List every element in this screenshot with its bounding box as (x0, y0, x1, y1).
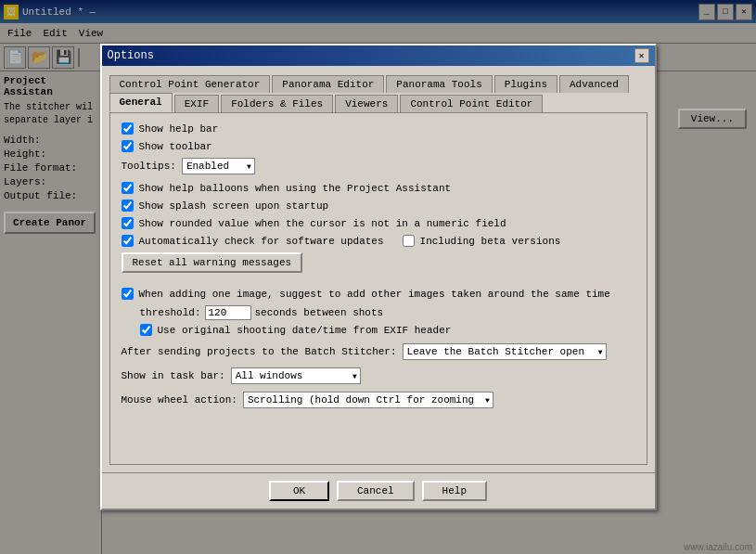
ok-button[interactable]: OK (269, 481, 329, 501)
show-toolbar-label: Show toolbar (139, 141, 212, 152)
tooltips-select-wrapper: Enabled Disabled (182, 158, 255, 174)
dialog-close-button[interactable]: ✕ (634, 48, 649, 63)
dialog-overlay: Options ✕ Control Point Generator Panora… (0, 0, 756, 554)
when-adding-label: When adding one image, suggest to add ot… (139, 289, 610, 300)
tab-general[interactable]: General (109, 93, 173, 112)
tab-control-point-generator[interactable]: Control Point Generator (109, 75, 271, 93)
dialog-footer: OK Cancel Help (102, 472, 655, 509)
tab-folders-files[interactable]: Folders & Files (221, 95, 333, 112)
dialog-body: Control Point Generator Panorama Editor … (102, 66, 655, 472)
mouse-wheel-label: Mouse wheel action: (122, 394, 237, 406)
options-dialog: Options ✕ Control Point Generator Panora… (100, 44, 657, 510)
tab-panorama-editor[interactable]: Panorama Editor (272, 75, 384, 93)
exif-date-row: Use original shooting date/time from EXI… (140, 324, 635, 336)
rounded-value-label: Show rounded value when the cursor is no… (139, 218, 506, 229)
auto-update-label: Automatically check for software updates (139, 236, 384, 247)
splash-screen-checkbox[interactable] (122, 200, 134, 212)
threshold-label: threshold: (140, 307, 201, 318)
splash-screen-row: Show splash screen upon startup (122, 200, 635, 212)
tooltips-select[interactable]: Enabled Disabled (182, 158, 255, 174)
dialog-title: Options (108, 49, 634, 62)
threshold-input[interactable] (205, 305, 251, 320)
threshold-row: threshold: seconds between shots (140, 305, 635, 320)
help-balloons-row: Show help balloons when using the Projec… (122, 182, 635, 194)
tabs-row2: General EXIF Folders & Files Viewers Con… (109, 93, 647, 112)
show-taskbar-row: Show in task bar: All windows Main windo… (122, 367, 635, 384)
show-taskbar-select[interactable]: All windows Main window only (231, 367, 361, 384)
tabs-row1: Control Point Generator Panorama Editor … (109, 73, 647, 93)
help-button[interactable]: Help (422, 481, 487, 501)
mouse-wheel-select[interactable]: Scrolling (hold down Ctrl for zooming) Z… (243, 392, 493, 408)
tab-control-point-editor[interactable]: Control Point Editor (400, 95, 543, 112)
app-window: 🖼 Untitled * — _ □ ✕ File Edit View 📄 📂 … (0, 0, 756, 554)
show-toolbar-row: Show toolbar (122, 140, 635, 152)
exif-date-label: Use original shooting date/time from EXI… (158, 325, 452, 336)
tab-plugins[interactable]: Plugins (494, 75, 557, 93)
splash-screen-label: Show splash screen upon startup (139, 200, 329, 212)
show-help-bar-row: Show help bar (122, 122, 635, 135)
tab-content: Show help bar Show toolbar Tooltips: Ena… (109, 112, 647, 465)
show-toolbar-checkbox[interactable] (122, 140, 134, 152)
beta-versions-checkbox[interactable] (403, 235, 415, 247)
after-sending-select[interactable]: Leave the Batch Stitcher open Close the … (403, 343, 607, 360)
tab-exif[interactable]: EXIF (174, 95, 219, 112)
show-help-bar-checkbox[interactable] (122, 122, 134, 135)
show-help-bar-label: Show help bar (139, 123, 219, 135)
rounded-value-checkbox[interactable] (122, 217, 134, 229)
help-balloons-checkbox[interactable] (122, 182, 134, 194)
cancel-button[interactable]: Cancel (337, 481, 415, 501)
after-sending-label: After sending projects to the Batch Stit… (122, 346, 397, 357)
when-adding-section: When adding one image, suggest to add ot… (122, 288, 635, 336)
help-balloons-label: Show help balloons when using the Projec… (139, 183, 452, 194)
tab-advanced[interactable]: Advanced (559, 75, 629, 93)
auto-update-checkbox[interactable] (122, 235, 134, 247)
tooltips-label: Tooltips: (122, 161, 176, 172)
when-adding-row: When adding one image, suggest to add ot… (122, 288, 635, 300)
show-taskbar-label: Show in task bar: (122, 370, 225, 381)
mouse-wheel-select-wrapper: Scrolling (hold down Ctrl for zooming) Z… (243, 392, 493, 408)
tooltips-row: Tooltips: Enabled Disabled (122, 158, 635, 174)
beta-versions-label: Including beta versions (420, 236, 561, 247)
tab-viewers[interactable]: Viewers (335, 95, 398, 112)
reset-warnings-button[interactable]: Reset all warning messages (122, 252, 303, 273)
show-taskbar-select-wrapper: All windows Main window only (231, 367, 361, 384)
after-sending-select-wrapper: Leave the Batch Stitcher open Close the … (403, 343, 607, 360)
when-adding-checkbox[interactable] (122, 288, 134, 300)
mouse-wheel-row: Mouse wheel action: Scrolling (hold down… (122, 392, 635, 408)
rounded-value-row: Show rounded value when the cursor is no… (122, 217, 635, 229)
dialog-titlebar: Options ✕ (102, 45, 655, 66)
auto-update-row: Automatically check for software updates… (122, 235, 635, 247)
threshold-unit: seconds between shots (255, 307, 384, 318)
after-sending-row: After sending projects to the Batch Stit… (122, 343, 635, 360)
tab-panorama-tools[interactable]: Panorama Tools (386, 75, 492, 93)
exif-date-checkbox[interactable] (140, 324, 152, 336)
